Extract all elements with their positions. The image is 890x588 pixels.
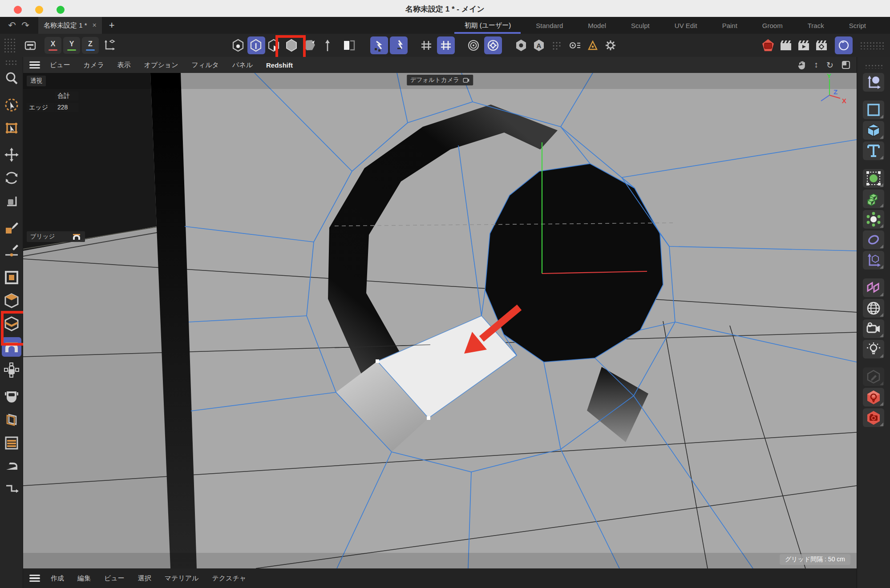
search-commander-icon[interactable] (2, 68, 21, 88)
dot-grid-icon[interactable] (548, 36, 566, 54)
render-to-viewer-icon[interactable] (795, 36, 813, 54)
model-mode-icon[interactable] (283, 36, 301, 54)
toolbox-icon[interactable] (21, 36, 39, 54)
live-selection-icon[interactable] (2, 95, 21, 115)
deformer-icon[interactable] (863, 230, 884, 249)
axis-lock-z-button[interactable]: Z (82, 37, 99, 54)
volume-builder-icon[interactable] (863, 189, 884, 208)
polygons-mode-icon[interactable] (265, 36, 283, 54)
move-tool-icon[interactable] (2, 145, 21, 165)
axis-modification-icon[interactable] (863, 73, 884, 92)
loop-cut-tool-icon[interactable] (2, 433, 21, 453)
document-tab[interactable]: 名称未設定 1 * × (38, 17, 102, 34)
layout-tab-uvedit[interactable]: UV Edit (662, 18, 710, 33)
render-region-icon[interactable] (465, 36, 482, 54)
menu-select[interactable]: 選択 (138, 574, 151, 583)
toolbar-right-grip[interactable] (860, 41, 886, 49)
render-settings-icon[interactable] (813, 36, 830, 54)
falloff-triangle-icon[interactable] (584, 36, 602, 54)
rectangle-selection-icon[interactable] (2, 118, 21, 138)
spline-primitives-icon[interactable] (863, 101, 884, 119)
menu-panel[interactable]: パネル (232, 61, 253, 69)
object-axis-mode-icon[interactable] (301, 36, 319, 54)
environment-object-icon[interactable] (863, 299, 884, 318)
light-object-icon[interactable] (863, 340, 884, 358)
camera-label-chip[interactable]: デフォルトカメラ (407, 75, 473, 85)
points-mode-icon[interactable] (230, 36, 247, 54)
dock-grip[interactable] (865, 64, 882, 68)
menu-view-lower[interactable]: ビュー (104, 574, 125, 583)
motext-icon[interactable] (863, 141, 884, 160)
iron-tool-icon[interactable] (2, 456, 21, 476)
subdivision-surface-icon[interactable] (863, 169, 884, 188)
layout-tab-model[interactable]: Model (575, 18, 619, 33)
left-palette-grip[interactable] (5, 60, 18, 65)
settings-gear-icon[interactable] (602, 36, 619, 54)
world-coordinates-icon[interactable] (101, 36, 118, 54)
layout-tab-sculpt[interactable]: Sculpt (619, 18, 662, 33)
orbit-rotate-icon[interactable]: ↻ (826, 60, 833, 70)
pan-hand-icon[interactable] (797, 60, 806, 70)
bridge-tool-icon[interactable] (2, 337, 21, 357)
undo-icon[interactable]: ↶ (5, 19, 19, 32)
instance-object-icon[interactable] (863, 278, 884, 297)
toolbar-grip[interactable] (4, 38, 15, 53)
menu-camera[interactable]: カメラ (84, 61, 104, 69)
rotate-tool-icon[interactable] (2, 168, 21, 188)
dolly-zoom-icon[interactable]: ↕ (814, 60, 819, 70)
3d-viewport[interactable]: Y Z X 透視 デフォルトカメラ 合計 エッジ228 ブリッジ グリッド間隔 … (23, 73, 857, 568)
lower-hamburger-icon[interactable] (29, 575, 40, 582)
layout-tab-groom[interactable]: Groom (750, 18, 795, 33)
viewport-solo-icon[interactable] (340, 36, 358, 54)
workplane-icon[interactable] (417, 36, 435, 54)
extrude-tool-icon[interactable] (2, 291, 21, 310)
inner-extrude-tool-icon[interactable] (2, 314, 21, 334)
menu-material[interactable]: マテリアル (165, 574, 199, 583)
render-gear-icon[interactable] (484, 36, 502, 54)
stack-planes-tool-icon[interactable] (2, 410, 21, 430)
layout-tab-default[interactable]: 初期 (ユーザー) (452, 17, 523, 34)
lock-points-tool-icon[interactable] (2, 360, 21, 380)
snap-settings-icon[interactable] (390, 36, 408, 54)
edges-mode-icon[interactable] (247, 36, 265, 54)
menu-filter[interactable]: フィルタ (192, 61, 219, 69)
layout-tab-script[interactable]: Script (837, 18, 878, 33)
close-hole-tool-icon[interactable] (2, 268, 21, 287)
menu-options[interactable]: オプション (144, 61, 178, 69)
menu-texture[interactable]: テクスチャ (212, 574, 246, 583)
axis-lock-y-button[interactable]: Y (63, 37, 80, 54)
redo-icon[interactable]: ↷ (19, 19, 32, 32)
scale-tool-icon[interactable] (2, 191, 21, 211)
new-tab-button[interactable]: + (109, 20, 115, 31)
menu-redshift[interactable]: Redshift (266, 61, 293, 69)
line-cut-tool-icon[interactable] (2, 479, 21, 499)
layout-tab-track[interactable]: Track (795, 18, 837, 33)
menu-edit[interactable]: 編集 (77, 574, 91, 583)
redshift-render-icon[interactable] (759, 36, 777, 54)
viewport-hamburger-icon[interactable] (29, 61, 40, 68)
camera-object-icon[interactable] (863, 319, 884, 338)
scene-hexagon-icon[interactable] (513, 36, 530, 54)
menu-display[interactable]: 表示 (117, 61, 131, 69)
stitch-and-sew-tool-icon[interactable] (2, 387, 21, 407)
annotation-a-icon[interactable]: A (530, 36, 548, 54)
polygon-pen-tool-icon[interactable] (2, 218, 21, 238)
sphere-render-icon[interactable] (835, 36, 853, 54)
camera-move-icon[interactable] (463, 77, 469, 83)
redshift-camera-icon[interactable] (863, 408, 884, 427)
visibility-list-icon[interactable] (566, 36, 584, 54)
menu-view[interactable]: ビュー (50, 61, 70, 69)
layout-tab-standard[interactable]: Standard (523, 18, 575, 33)
render-view-icon[interactable] (777, 36, 795, 54)
cube-primitive-icon[interactable] (863, 121, 884, 140)
toggle-view-icon[interactable] (841, 60, 850, 69)
axis-lock-x-button[interactable]: X (44, 37, 61, 54)
menu-create[interactable]: 作成 (51, 574, 64, 583)
workplane-lock-icon[interactable] (437, 36, 455, 54)
mograph-cloner-icon[interactable] (863, 210, 884, 229)
snap-enable-icon[interactable] (370, 36, 388, 54)
coordinate-cube-icon[interactable] (863, 251, 884, 270)
layout-tab-paint[interactable]: Paint (710, 18, 750, 33)
redshift-light-icon[interactable] (863, 388, 884, 407)
close-tab-icon[interactable]: × (93, 21, 97, 29)
